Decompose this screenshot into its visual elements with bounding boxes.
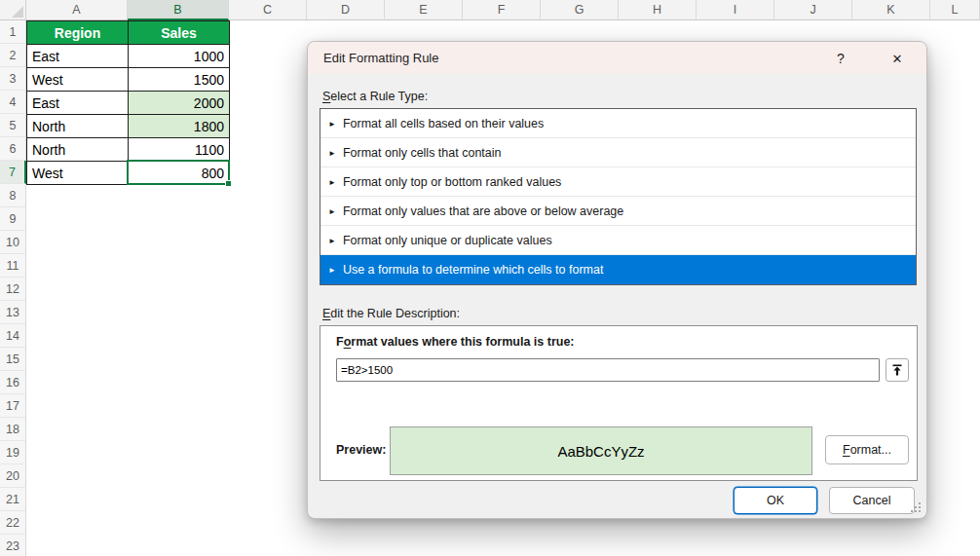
column-header-f[interactable]: F bbox=[463, 0, 541, 20]
rule-type-option-label: Use a formula to determine which cells t… bbox=[343, 263, 603, 277]
excel-window: ABCDEFGHIJKL 123456789101112131415161718… bbox=[0, 0, 980, 556]
row-header-14[interactable]: 14 bbox=[0, 324, 26, 348]
cell-a4[interactable]: East bbox=[27, 92, 129, 115]
rule-type-option-label: Format only cells that contain bbox=[343, 146, 502, 160]
column-header-d[interactable]: D bbox=[307, 0, 385, 20]
help-button[interactable]: ? bbox=[829, 47, 852, 70]
row-header-12[interactable]: 12 bbox=[0, 278, 26, 301]
rule-type-option-6[interactable]: ►Use a formula to determine which cells … bbox=[320, 255, 916, 284]
cell-b2[interactable]: 1000 bbox=[129, 45, 230, 68]
row-header-11[interactable]: 11 bbox=[0, 254, 26, 278]
ok-button[interactable]: OK bbox=[734, 487, 817, 514]
rule-type-list: ►Format all cells based on their values►… bbox=[320, 108, 917, 285]
rule-type-option-label: Format all cells based on their values bbox=[343, 117, 544, 130]
cell-b1[interactable]: Sales bbox=[129, 21, 230, 45]
rule-bullet-icon: ► bbox=[328, 237, 336, 245]
cell-a3[interactable]: West bbox=[27, 68, 129, 92]
rule-description-group: Format values where this formula is true… bbox=[320, 325, 918, 481]
column-header-k[interactable]: K bbox=[852, 0, 930, 20]
row-header-9[interactable]: 9 bbox=[0, 207, 26, 231]
cell-a5[interactable]: North bbox=[27, 115, 129, 138]
column-header-b[interactable]: B bbox=[128, 0, 229, 20]
rule-bullet-icon: ► bbox=[328, 178, 336, 187]
rule-type-option-label: Format only unique or duplicate values bbox=[343, 234, 552, 247]
rule-type-label: Select a Rule Type: bbox=[322, 90, 428, 103]
format-preview: AaBbCcYyZz bbox=[390, 426, 812, 475]
rule-type-option-3[interactable]: ►Format only top or bottom ranked values bbox=[320, 167, 916, 197]
preview-sample-text: AaBbCcYyZz bbox=[557, 443, 644, 460]
row-header-17[interactable]: 17 bbox=[0, 394, 26, 418]
resize-grip-icon[interactable] bbox=[911, 502, 922, 513]
row-header-22[interactable]: 22 bbox=[0, 511, 26, 535]
rule-bullet-icon: ► bbox=[328, 207, 336, 216]
row-header-10[interactable]: 10 bbox=[0, 231, 26, 254]
column-header-e[interactable]: E bbox=[385, 0, 463, 20]
rule-type-option-1[interactable]: ►Format all cells based on their values bbox=[320, 109, 916, 138]
cell-a1[interactable]: Region bbox=[27, 21, 129, 45]
row-header-23[interactable]: 23 bbox=[0, 535, 26, 556]
edit-formatting-rule-dialog: Edit Formatting Rule ? ✕ Select a Rule T… bbox=[307, 41, 927, 519]
row-header-13[interactable]: 13 bbox=[0, 301, 26, 324]
cell-b4[interactable]: 2000 bbox=[129, 92, 230, 115]
selected-cell-outline[interactable] bbox=[127, 160, 230, 185]
close-button[interactable]: ✕ bbox=[886, 47, 909, 70]
row-header-6[interactable]: 6 bbox=[0, 137, 26, 161]
preview-label: Preview: bbox=[336, 443, 386, 457]
cell-a6[interactable]: North bbox=[27, 138, 129, 162]
cell-b5[interactable]: 1800 bbox=[129, 115, 230, 138]
row-header-2[interactable]: 2 bbox=[0, 44, 26, 67]
cell-a2[interactable]: East bbox=[27, 45, 129, 68]
row-header-4[interactable]: 4 bbox=[0, 91, 26, 114]
row-header-3[interactable]: 3 bbox=[0, 67, 26, 91]
rule-type-option-5[interactable]: ►Format only unique or duplicate values bbox=[320, 226, 916, 255]
column-header-i[interactable]: I bbox=[697, 0, 774, 20]
row-header-1[interactable]: 1 bbox=[0, 20, 26, 44]
cell-b3[interactable]: 1500 bbox=[129, 68, 230, 92]
row-header-5[interactable]: 5 bbox=[0, 114, 26, 137]
row-header-20[interactable]: 20 bbox=[0, 464, 26, 488]
rule-type-option-2[interactable]: ►Format only cells that contain bbox=[320, 138, 916, 167]
row-header-16[interactable]: 16 bbox=[0, 371, 26, 394]
column-header-g[interactable]: G bbox=[541, 0, 619, 20]
dialog-titlebar[interactable]: Edit Formatting Rule ? ✕ bbox=[308, 42, 926, 74]
column-header-l[interactable]: L bbox=[930, 0, 980, 20]
formula-label: Format values where this formula is true… bbox=[336, 335, 575, 349]
column-header-j[interactable]: J bbox=[774, 0, 852, 20]
rule-description-label: Edit the Rule Description: bbox=[322, 307, 460, 320]
cancel-button[interactable]: Cancel bbox=[829, 487, 915, 514]
select-all-corner[interactable] bbox=[0, 0, 26, 20]
collapse-dialog-icon bbox=[891, 364, 903, 376]
collapse-dialog-button[interactable] bbox=[886, 358, 909, 382]
rule-bullet-icon: ► bbox=[328, 120, 336, 129]
fill-handle[interactable] bbox=[225, 180, 232, 187]
rule-bullet-icon: ► bbox=[328, 266, 336, 275]
select-all-triangle-icon bbox=[12, 6, 23, 18]
row-header-7[interactable]: 7 bbox=[0, 161, 26, 184]
rule-type-option-4[interactable]: ►Format only values that are above or be… bbox=[320, 197, 916, 226]
format-button[interactable]: Format... bbox=[825, 435, 909, 464]
row-header-19[interactable]: 19 bbox=[0, 441, 26, 464]
row-header-18[interactable]: 18 bbox=[0, 418, 26, 441]
rule-type-option-label: Format only values that are above or bel… bbox=[343, 204, 623, 218]
row-header-8[interactable]: 8 bbox=[0, 184, 26, 207]
row-header-15[interactable]: 15 bbox=[0, 348, 26, 371]
cell-b6[interactable]: 1100 bbox=[129, 138, 230, 162]
formula-input[interactable] bbox=[336, 358, 880, 382]
rule-bullet-icon: ► bbox=[328, 149, 336, 158]
cell-a7[interactable]: West bbox=[27, 162, 129, 185]
row-header-21[interactable]: 21 bbox=[0, 488, 26, 511]
rule-type-option-label: Format only top or bottom ranked values bbox=[343, 175, 561, 189]
dialog-title: Edit Formatting Rule bbox=[323, 51, 439, 65]
column-header-c[interactable]: C bbox=[229, 0, 307, 20]
column-header-a[interactable]: A bbox=[26, 0, 128, 20]
column-header-h[interactable]: H bbox=[619, 0, 697, 20]
